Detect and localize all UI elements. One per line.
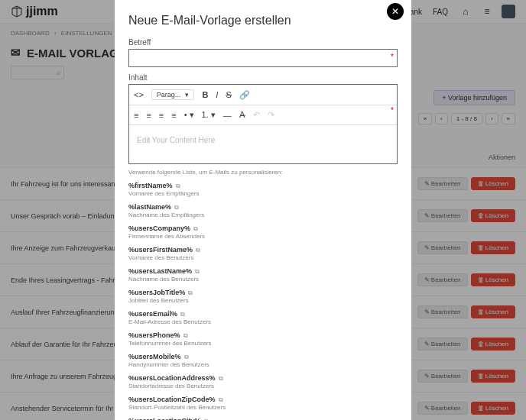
align-center-icon[interactable]: ≡ bbox=[146, 111, 151, 120]
var-key: %usersMobile% bbox=[128, 353, 181, 360]
var-desc: Vorname des Benutzers bbox=[128, 254, 398, 261]
subject-input[interactable]: * bbox=[128, 49, 398, 67]
copy-icon[interactable]: ⧉ bbox=[174, 204, 179, 211]
var-key: %lastName% bbox=[128, 203, 171, 211]
var-desc: Jobtitel des Benutzers bbox=[128, 297, 398, 304]
create-template-modal: Neue E-Mail-Vorlage erstellen Betreff * … bbox=[115, 0, 411, 420]
variable-item: %usersJobTitle%⧉Jobtitel des Benutzers bbox=[128, 287, 398, 304]
copy-icon[interactable]: ⧉ bbox=[180, 311, 185, 318]
hr-icon[interactable]: — bbox=[223, 111, 232, 120]
var-key: %usersLastName% bbox=[128, 267, 192, 275]
variable-item: %usersLastName%⧉Nachname des Benutzers bbox=[128, 266, 398, 283]
var-key: %usersEmail% bbox=[128, 310, 177, 318]
var-key: %usersCompany% bbox=[128, 225, 190, 232]
copy-icon[interactable]: ⧉ bbox=[196, 247, 200, 254]
italic-icon[interactable]: I bbox=[216, 90, 218, 99]
variable-item: %usersLocationAddress%⧉Standortadresse d… bbox=[128, 373, 398, 389]
copy-icon[interactable]: ⧉ bbox=[184, 354, 189, 360]
var-key: %usersFirstName% bbox=[128, 246, 193, 254]
list-ul-icon[interactable]: • ▾ bbox=[184, 110, 194, 120]
paragraph-select[interactable]: Parag... ▾ bbox=[151, 89, 195, 100]
strike-icon[interactable]: S bbox=[226, 90, 231, 99]
var-desc: Standort-Postleitzahl des Benutzers bbox=[128, 404, 398, 411]
variable-item: %usersLocationZipCode%⧉Standort-Postleit… bbox=[128, 394, 398, 411]
var-key: %firstName% bbox=[128, 182, 173, 189]
variable-item: %usersLocationCity%⧉Standort-Stadt des B… bbox=[128, 415, 398, 420]
var-desc: E-Mail-Adresse des Benutzers bbox=[128, 318, 398, 325]
editor-content[interactable]: Edit Your Content Here bbox=[129, 125, 397, 163]
copy-icon[interactable]: ⧉ bbox=[219, 396, 223, 403]
var-key: %usersLocationAddress% bbox=[128, 374, 216, 382]
align-right-icon[interactable]: ≡ bbox=[159, 111, 164, 120]
var-desc: Nachname des Empfängers bbox=[128, 212, 398, 218]
align-justify-icon[interactable]: ≡ bbox=[171, 111, 176, 120]
vars-hint: Verwende folgende Liste, um E-Mails zu p… bbox=[128, 169, 398, 176]
var-desc: Standortadresse des Benutzers bbox=[128, 383, 398, 389]
clear-icon[interactable]: A̶ bbox=[239, 110, 245, 120]
editor: * <> Parag... ▾ B I S 🔗 ≡ ≡ ≡ ≡ • ▾ 1. ▾… bbox=[128, 84, 398, 164]
modal-title: Neue E-Mail-Vorlage erstellen bbox=[128, 14, 398, 27]
variable-item: %usersEmail%⧉E-Mail-Adresse des Benutzer… bbox=[128, 309, 398, 325]
var-key: %usersPhone% bbox=[128, 331, 180, 339]
variable-item: %usersPhone%⧉Telefonnummer des Benutzers bbox=[128, 330, 398, 347]
var-desc: Telefonnummer des Benutzers bbox=[128, 340, 398, 347]
variable-item: %usersMobile%⧉Handynummer des Benutzers bbox=[128, 351, 398, 368]
subject-label: Betreff bbox=[128, 38, 398, 47]
redo-icon[interactable]: ↷ bbox=[268, 110, 274, 120]
var-key: %usersLocationZipCode% bbox=[128, 396, 216, 403]
variable-item: %usersFirstName%⧉Vorname des Benutzers bbox=[128, 244, 398, 261]
var-desc: Vorname des Empfängers bbox=[128, 190, 398, 197]
var-desc: Firmenname des Absenders bbox=[128, 233, 398, 240]
variable-item: %firstName%⧉Vorname des Empfängers bbox=[128, 180, 398, 197]
copy-icon[interactable]: ⧉ bbox=[195, 268, 200, 275]
var-key: %usersLocationCity% bbox=[128, 417, 201, 420]
bold-icon[interactable]: B bbox=[202, 90, 208, 99]
copy-icon[interactable]: ⧉ bbox=[176, 183, 180, 189]
copy-icon[interactable]: ⧉ bbox=[219, 375, 223, 382]
variable-item: %lastName%⧉Nachname des Empfängers bbox=[128, 202, 398, 218]
link-icon[interactable]: 🔗 bbox=[239, 90, 250, 100]
copy-icon[interactable]: ⧉ bbox=[188, 289, 193, 296]
list-ol-icon[interactable]: 1. ▾ bbox=[202, 110, 216, 120]
var-desc: Handynummer des Benutzers bbox=[128, 361, 398, 368]
var-key: %usersJobTitle% bbox=[128, 289, 185, 296]
copy-icon[interactable]: ⧉ bbox=[193, 225, 198, 232]
content-label: Inhalt bbox=[128, 73, 398, 82]
var-desc: Nachname des Benutzers bbox=[128, 276, 398, 283]
editor-toolbar: <> Parag... ▾ B I S 🔗 bbox=[129, 85, 397, 105]
close-icon[interactable]: ✕ bbox=[387, 3, 404, 20]
variable-item: %usersCompany%⧉Firmenname des Absenders bbox=[128, 223, 398, 240]
copy-icon[interactable]: ⧉ bbox=[183, 332, 188, 339]
align-left-icon[interactable]: ≡ bbox=[134, 111, 138, 120]
code-icon[interactable]: <> bbox=[134, 90, 144, 99]
undo-icon[interactable]: ↶ bbox=[253, 110, 260, 120]
